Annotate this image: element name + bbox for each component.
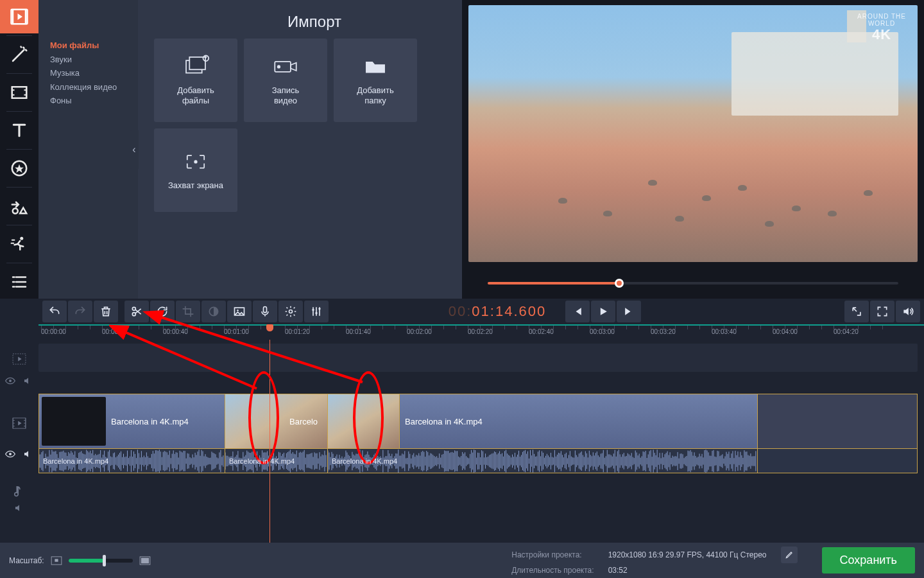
overlay-vis-toggle[interactable]	[0, 374, 38, 387]
settings-button[interactable]	[278, 301, 303, 322]
split-button[interactable]	[124, 301, 149, 322]
rail-shapes[interactable]	[0, 189, 38, 223]
delete-button[interactable]	[94, 301, 118, 322]
scissors-icon	[130, 305, 143, 318]
project-length-label: Длительность проекта:	[511, 566, 594, 575]
redo-button[interactable]	[68, 301, 92, 322]
rotate-icon	[156, 305, 169, 318]
tile-record-video[interactable]: Запись видео	[244, 39, 327, 122]
volume-button[interactable]	[896, 301, 920, 322]
audio-clip[interactable]: Barcelona in 4K.mp4	[328, 449, 758, 473]
time-ruler[interactable]: 00:00:0000:00:2000:00:4000:01:0000:01:20…	[38, 324, 924, 340]
svg-point-22	[315, 312, 317, 314]
svg-rect-32	[55, 559, 58, 561]
popout-icon	[850, 305, 863, 318]
tile-add-folder[interactable]: Добавить папку	[334, 39, 417, 122]
seek-bar[interactable]	[488, 282, 898, 285]
svg-rect-34	[141, 557, 149, 563]
tile-label: Запись видео	[272, 85, 300, 107]
shapes-icon	[10, 197, 29, 216]
svg-point-23	[318, 308, 320, 310]
timeline-tracks: Barcelona in 4K.mp4BarceloBarcelona in 4…	[0, 340, 924, 543]
cat-music[interactable]: Музыка	[50, 66, 138, 80]
color-button[interactable]	[201, 301, 226, 322]
project-settings-label: Настройки проекта:	[511, 550, 594, 559]
play-icon	[597, 305, 610, 318]
collapse-sidebar[interactable]: ‹	[130, 130, 139, 169]
svg-point-30	[9, 453, 12, 455]
mute-icon	[23, 376, 33, 385]
import-panel: Импорт Мои файлы Звуки Музыка Коллекция …	[38, 0, 462, 299]
overlay-track-head	[0, 346, 38, 372]
rail-import[interactable]	[0, 0, 38, 33]
music-mute-toggle[interactable]	[0, 502, 38, 514]
redo-icon	[74, 305, 87, 318]
cat-backgrounds[interactable]: Фоны	[50, 94, 138, 108]
seek-knob[interactable]	[615, 279, 624, 288]
video-clip[interactable]: Barcelona in 4K.mp4	[400, 394, 758, 448]
overlay-lane[interactable]	[38, 344, 918, 372]
cat-my-files[interactable]: Мои файлы	[50, 39, 138, 53]
gear-icon	[284, 305, 297, 318]
preview-pane: AROUND THE WORLD 4K	[462, 0, 924, 299]
video-clip[interactable]: Barcelona in 4K.mp4	[39, 394, 225, 448]
list-icon	[10, 272, 29, 292]
zoom-out-icon[interactable]	[51, 556, 62, 565]
rail-stickers[interactable]	[0, 152, 38, 185]
audio-lane[interactable]: Barcelona in 4K.mp4Barcelona in 4K.mp4Ba…	[38, 449, 918, 473]
audio-clip[interactable]: Barcelona in 4K.mp4	[39, 449, 225, 473]
text-icon	[10, 121, 29, 140]
music-track-head	[0, 482, 38, 502]
cat-video-collection[interactable]: Коллекция видео	[50, 80, 138, 94]
video-lane[interactable]: Barcelona in 4K.mp4BarceloBarcelona in 4…	[38, 394, 918, 449]
svg-point-27	[9, 380, 12, 382]
rail-motion[interactable]	[0, 227, 38, 261]
audio-clip[interactable]: Barcelona in 4K.mp4	[225, 449, 328, 473]
rail-transitions[interactable]	[0, 76, 38, 109]
zoom-in-icon[interactable]	[139, 556, 151, 565]
video-clip[interactable]	[328, 394, 400, 448]
rail-more[interactable]	[0, 265, 38, 299]
music-lane[interactable]	[38, 481, 918, 500]
save-button[interactable]: Сохранить	[822, 547, 915, 574]
preview-video[interactable]: AROUND THE WORLD 4K	[468, 5, 918, 262]
project-length-value: 03:52	[608, 566, 767, 575]
clip-label: Barcelona in 4K.mp4	[332, 457, 397, 465]
image-button[interactable]	[227, 301, 252, 322]
video-vis-toggle[interactable]	[0, 448, 38, 460]
popout-button[interactable]	[844, 301, 869, 322]
crop-button[interactable]	[176, 301, 200, 322]
undo-icon	[48, 305, 61, 318]
tile-add-files[interactable]: Добавить файлы	[154, 39, 237, 122]
project-settings-value: 1920x1080 16:9 29.97 FPS, 44100 Гц Стере…	[608, 550, 767, 559]
fullscreen-button[interactable]	[870, 301, 894, 322]
svg-marker-4	[15, 164, 24, 173]
tile-screen-capture[interactable]: Захват экрана	[154, 128, 237, 212]
video-clip[interactable]: Barcelo	[225, 394, 328, 448]
playhead[interactable]	[270, 340, 270, 543]
skip-fwd-icon	[622, 305, 635, 318]
edit-settings-button[interactable]	[781, 547, 798, 563]
import-categories: Мои файлы Звуки Музыка Коллекция видео Ф…	[38, 0, 138, 299]
equalizer-button[interactable]	[304, 301, 329, 322]
undo-button[interactable]	[42, 301, 67, 322]
play-button[interactable]	[591, 301, 615, 322]
eye-icon	[5, 377, 15, 385]
cat-sounds[interactable]: Звуки	[50, 53, 138, 67]
mic-button[interactable]	[253, 301, 277, 322]
watermark: AROUND THE WORLD 4K	[857, 13, 906, 42]
svg-marker-1	[18, 13, 23, 20]
prev-button[interactable]	[565, 301, 590, 322]
next-button[interactable]	[617, 301, 641, 322]
rotate-button[interactable]	[150, 301, 175, 322]
rail-filters[interactable]	[0, 38, 38, 71]
svg-rect-19	[264, 307, 267, 313]
sliders-icon	[310, 305, 323, 318]
capture-icon	[182, 150, 210, 173]
video-track-head	[0, 410, 38, 436]
eye-icon	[5, 450, 15, 458]
svg-marker-29	[18, 421, 21, 425]
zoom-slider[interactable]	[69, 559, 133, 563]
svg-marker-24	[601, 308, 607, 315]
rail-titles[interactable]	[0, 114, 38, 147]
